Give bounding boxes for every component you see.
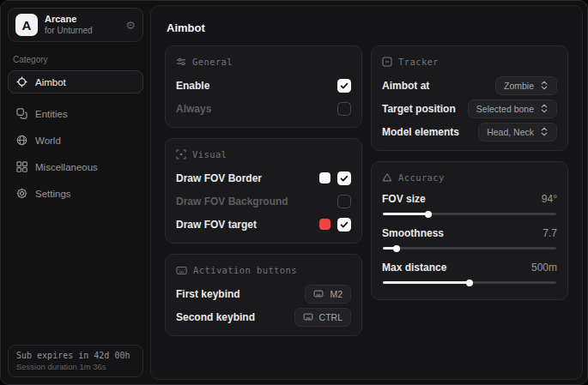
model-elements-select[interactable]: Head, Neck (478, 123, 557, 141)
slider-fill (383, 213, 428, 215)
setting-row-smoothness: Smoothness 7.7 (382, 224, 557, 250)
setting-label: Always (176, 103, 211, 115)
box-minus-icon (382, 57, 392, 67)
first-keybind-button[interactable]: M2 (305, 285, 351, 304)
setting-row-aimbot-at: Aimbot at Zombie (382, 74, 557, 97)
keyboard-icon (313, 290, 324, 298)
entities-icon (16, 108, 27, 119)
always-checkbox[interactable] (337, 102, 351, 116)
slider-thumb[interactable] (466, 280, 473, 286)
sidebar-item-label: Settings (35, 189, 71, 199)
setting-label: FOV size (382, 193, 426, 205)
check-icon (340, 81, 349, 90)
slider-value: 7.7 (543, 227, 557, 239)
general-card: General Enable Always (165, 45, 362, 128)
fov-target-checkbox[interactable] (337, 218, 351, 232)
section-title: General (192, 57, 233, 67)
slider-thumb[interactable] (393, 245, 400, 252)
setting-row-always: Always (176, 97, 351, 120)
fov-border-checkbox[interactable] (337, 171, 351, 185)
setting-row-fov-background: Draw FOV Background (176, 189, 351, 213)
setting-label: Smoothness (382, 227, 444, 239)
sidebar-item-label: Aimbot (35, 77, 66, 87)
session-duration-text: Session duration 1m 36s (16, 362, 135, 371)
aimbot-at-select[interactable]: Zombie (495, 76, 557, 95)
select-value: Zombie (504, 81, 534, 91)
setting-label: Enable (176, 80, 209, 92)
setting-row-fov-size: FOV size 94° (382, 189, 557, 215)
setting-label: Draw FOV Border (176, 172, 262, 184)
tracker-card: Tracker Aimbot at Zombie (371, 45, 568, 151)
section-title: Tracker (398, 57, 439, 67)
check-icon (340, 220, 349, 229)
crosshair-icon (16, 76, 27, 87)
accuracy-card: Accuracy FOV size 94° (371, 161, 568, 300)
sidebar-item-entities[interactable]: Entities (8, 102, 143, 125)
app-logo-card: A Arcane for Unturned ⚙︎ (8, 8, 143, 42)
smoothness-slider[interactable] (383, 247, 556, 250)
fov-background-checkbox[interactable] (337, 195, 351, 208)
setting-row-target-position: Target position Selected bone (382, 97, 557, 120)
app-title: Arcane (45, 14, 93, 26)
fov-size-slider[interactable] (383, 213, 556, 215)
scan-eye-icon (176, 149, 186, 159)
keybind-value: M2 (330, 289, 342, 299)
visual-card: Visual Draw FOV Border Draw FOV Backgrou… (165, 138, 362, 244)
sub-expiry-text: Sub expires in 42d 00h (16, 351, 135, 360)
page-title: Aimbot (167, 21, 567, 34)
setting-row-second-keybind: Second keybind CTRL (176, 305, 351, 328)
select-value: Selected bone (476, 104, 534, 114)
gear-icon[interactable]: ⚙︎ (125, 20, 136, 31)
globe-icon (16, 135, 27, 146)
sidebar-item-label: Entities (35, 109, 68, 119)
sidebar-item-world[interactable]: World (8, 129, 143, 152)
setting-label: First keybind (176, 288, 240, 300)
check-icon (340, 174, 349, 183)
setting-label: Draw FOV target (176, 219, 257, 231)
second-keybind-button[interactable]: CTRL (294, 308, 351, 327)
keybind-value: CTRL (319, 312, 342, 322)
section-title: Accuracy (398, 172, 445, 183)
app-subtitle: for Unturned (45, 26, 93, 37)
chevrons-up-down-icon (540, 104, 549, 113)
subscription-info-card: Sub expires in 42d 00h Session duration … (8, 345, 143, 377)
setting-label: Draw FOV Background (176, 196, 288, 208)
slider-fill (383, 247, 397, 250)
setting-row-fov-target: Draw FOV target (176, 213, 351, 236)
app-logo: A (15, 14, 38, 36)
grid-layout-icon (16, 161, 27, 172)
setting-row-model-elements: Model elements Head, Neck (382, 120, 557, 143)
slider-thumb[interactable] (425, 211, 432, 218)
keyboard-icon (176, 266, 187, 275)
max-distance-slider[interactable] (383, 281, 556, 284)
settings-gear-icon (16, 188, 27, 199)
app-window: A Arcane for Unturned ⚙︎ Category Aimbot (0, 0, 588, 385)
setting-label: Target position (382, 103, 456, 115)
section-title: Activation buttons (193, 265, 297, 275)
sidebar-item-miscellaneous[interactable]: Miscellaneous (8, 155, 143, 178)
main-panel: Aimbot General Enable (150, 5, 583, 380)
activation-buttons-card: Activation buttons First keybind M2 (165, 254, 362, 336)
sidebar-item-label: World (35, 135, 61, 146)
sidebar-item-settings[interactable]: Settings (8, 182, 143, 205)
sidebar: A Arcane for Unturned ⚙︎ Category Aimbot (1, 1, 150, 384)
enable-checkbox[interactable] (337, 79, 351, 93)
setting-label: Max distance (382, 262, 446, 274)
setting-label: Model elements (382, 126, 459, 138)
setting-label: Second keybind (176, 311, 255, 323)
app-logo-texts: Arcane for Unturned (45, 14, 93, 36)
color-swatch[interactable] (319, 219, 330, 230)
setting-row-enable: Enable (176, 74, 351, 97)
slider-fill (383, 281, 470, 284)
slider-value: 500m (531, 262, 557, 274)
select-value: Head, Neck (487, 127, 534, 137)
keyboard-icon (303, 313, 313, 321)
sidebar-item-aimbot[interactable]: Aimbot (8, 70, 143, 93)
triangle-icon (382, 172, 392, 183)
target-position-select[interactable]: Selected bone (468, 99, 557, 118)
setting-label: Aimbot at (382, 80, 429, 92)
color-swatch[interactable] (319, 172, 330, 183)
setting-row-max-distance: Max distance 500m (382, 258, 557, 284)
sidebar-item-label: Miscellaneous (35, 162, 98, 172)
slider-value: 94° (542, 193, 557, 205)
